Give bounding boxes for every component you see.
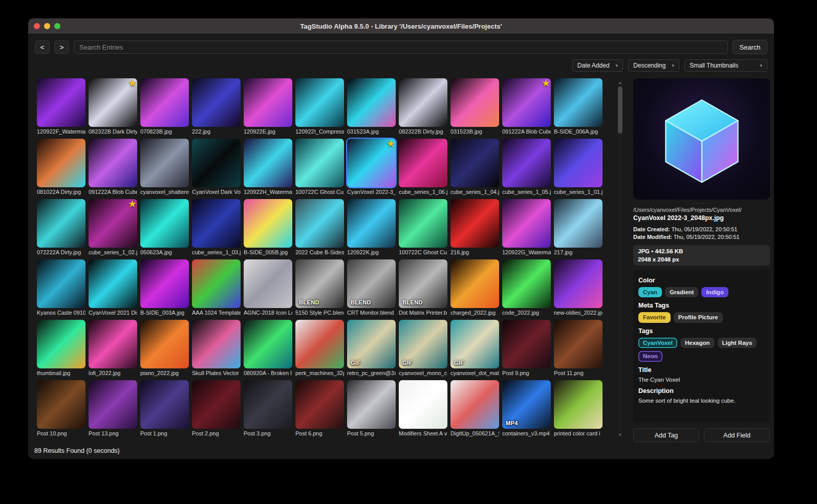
grid-item[interactable]: Post 13.png xyxy=(89,380,137,438)
thumbnail[interactable] xyxy=(450,380,499,429)
thumbnail[interactable] xyxy=(295,78,344,127)
scrollbar-thumb[interactable] xyxy=(618,86,622,134)
thumbnail[interactable] xyxy=(89,259,137,308)
grid-item[interactable]: 2022 Cube B-Sides xyxy=(295,199,344,257)
grid-item[interactable]: cube_series_1_03.j xyxy=(192,199,241,257)
thumbnail[interactable] xyxy=(295,380,344,429)
thumbnail[interactable] xyxy=(192,199,241,248)
close-button[interactable] xyxy=(34,23,40,29)
grid-item[interactable]: B-SIDE_006A.jpg xyxy=(554,78,603,136)
thumbnail[interactable] xyxy=(502,199,551,248)
tag-pill[interactable]: Indigo xyxy=(701,287,728,297)
thumbnail[interactable] xyxy=(192,139,241,187)
thumbnail[interactable] xyxy=(554,320,603,368)
grid-item[interactable]: ★082322B Dark Dirty xyxy=(89,78,137,136)
thumbnail[interactable] xyxy=(140,78,189,127)
grid-item[interactable]: 120922E.jpg xyxy=(244,78,292,136)
grid-item[interactable]: code_2022.jpg xyxy=(502,259,551,317)
thumbnail[interactable]: ★ xyxy=(89,78,137,127)
thumbnail[interactable] xyxy=(192,320,241,368)
grid-item[interactable]: 031523B.jpg xyxy=(450,78,499,136)
tag-pill[interactable]: Light Rays xyxy=(718,338,757,348)
add-field-button[interactable]: Add Field xyxy=(704,428,770,442)
scroll-down-icon[interactable]: ▼ xyxy=(617,433,623,436)
thumbnail[interactable] xyxy=(140,199,189,248)
thumbnail[interactable]: ★ xyxy=(347,139,396,187)
thumbnail-size-dropdown[interactable]: Small Thumbnails ▾ xyxy=(684,59,767,72)
grid-item[interactable]: Post 2.png xyxy=(192,380,241,438)
thumbnail[interactable] xyxy=(244,78,292,127)
thumbnail[interactable] xyxy=(450,78,499,127)
grid-item[interactable]: cyanvoxel_shattere xyxy=(140,139,189,196)
thumbnail[interactable] xyxy=(502,139,551,187)
thumbnail[interactable] xyxy=(89,139,137,187)
thumbnail[interactable] xyxy=(450,259,499,308)
grid-item[interactable]: 222.jpg xyxy=(192,78,241,136)
thumbnail[interactable] xyxy=(399,380,447,429)
thumbnail[interactable]: BLEND xyxy=(347,259,396,308)
maximize-button[interactable] xyxy=(54,23,60,29)
thumbnail[interactable] xyxy=(244,259,292,308)
minimize-button[interactable] xyxy=(44,23,50,29)
thumbnail[interactable] xyxy=(192,380,241,429)
thumbnail[interactable] xyxy=(244,199,292,248)
grid-item[interactable]: Skull Plates Vector xyxy=(192,320,241,378)
grid-item[interactable]: 072222A Dirty.jpg xyxy=(37,199,85,257)
thumbnail[interactable] xyxy=(37,259,85,308)
grid-item[interactable]: ★CyanVoxel 2022-3_ xyxy=(347,139,396,196)
grid-item[interactable]: printed color card i xyxy=(554,380,603,438)
grid-item[interactable]: 217.jpg xyxy=(554,199,603,257)
thumbnail[interactable] xyxy=(554,78,603,127)
grid-item[interactable]: 080920A - Broken I xyxy=(244,320,292,378)
grid-item[interactable]: 120922G_Waterma xyxy=(502,199,551,257)
thumbnail[interactable] xyxy=(295,139,344,187)
thumbnail[interactable] xyxy=(295,199,344,248)
grid-item[interactable]: 120922K.jpg xyxy=(347,199,396,257)
grid-item[interactable]: Post 3.png xyxy=(244,380,292,438)
grid-item[interactable]: Post 6.png xyxy=(295,380,344,438)
grid-item[interactable]: 081022A Dirty.jpg xyxy=(37,139,85,196)
tag-pill[interactable]: Neon xyxy=(638,351,662,361)
grid-item[interactable]: B-SIDE_005B.jpg xyxy=(244,199,292,257)
grid-item[interactable]: perk_machines_32p xyxy=(295,320,344,378)
grid-item[interactable]: MP4containers_v3.mp4 xyxy=(502,380,551,438)
grid-item[interactable]: GIFcyanvoxel_dot_mat xyxy=(450,320,499,378)
grid-item[interactable]: DigItUp_050621A_S xyxy=(450,380,499,438)
grid-item[interactable]: cube_series_1_05.j xyxy=(502,139,551,196)
thumbnail[interactable]: GIF xyxy=(347,320,396,368)
thumbnail[interactable] xyxy=(347,380,396,429)
thumbnail[interactable] xyxy=(347,199,396,248)
grid-item[interactable]: 082322B Dirty.jpg xyxy=(399,78,447,136)
grid-item[interactable]: 100722C Ghost Cu xyxy=(295,139,344,196)
grid-item[interactable]: Post 10.png xyxy=(37,380,85,438)
thumbnail[interactable] xyxy=(140,320,189,368)
tag-pill[interactable]: Gradient xyxy=(665,287,698,297)
grid-item[interactable]: Modifiers Sheet A v xyxy=(399,380,447,438)
panel-resize-handle[interactable]: ······ xyxy=(633,201,770,206)
grid-item[interactable]: ★cube_series_1_02.j xyxy=(89,199,137,257)
thumbnail[interactable] xyxy=(140,259,189,308)
add-tag-button[interactable]: Add Tag xyxy=(633,428,699,442)
thumbnail[interactable] xyxy=(399,199,447,248)
thumbnail[interactable] xyxy=(140,139,189,187)
thumbnail[interactable] xyxy=(244,139,292,187)
back-button[interactable]: < xyxy=(35,40,50,54)
thumbnail[interactable] xyxy=(37,199,85,248)
thumbnail[interactable] xyxy=(89,380,137,429)
grid-item[interactable]: cube_series_1_01.j xyxy=(554,139,603,196)
thumbnail[interactable] xyxy=(244,320,292,368)
thumbnail[interactable]: GIF xyxy=(399,320,447,368)
sort-order-dropdown[interactable]: Descending ▾ xyxy=(628,59,679,72)
grid-item[interactable]: CyanVoxel Dark Vox xyxy=(192,139,241,196)
grid-item[interactable]: 120922I_Compress xyxy=(295,78,344,136)
thumbnail[interactable]: MP4 xyxy=(502,380,551,429)
search-input[interactable] xyxy=(74,40,728,54)
search-button[interactable]: Search xyxy=(733,40,767,54)
grid-item[interactable]: Kyanos Caste 0910 xyxy=(37,259,85,317)
tag-pill[interactable]: Profile Picture xyxy=(674,312,723,322)
thumbnail[interactable] xyxy=(140,380,189,429)
thumbnail[interactable] xyxy=(554,139,603,187)
thumbnail[interactable] xyxy=(399,78,447,127)
thumbnail[interactable]: ★ xyxy=(89,199,137,248)
thumbnail[interactable] xyxy=(554,259,603,308)
